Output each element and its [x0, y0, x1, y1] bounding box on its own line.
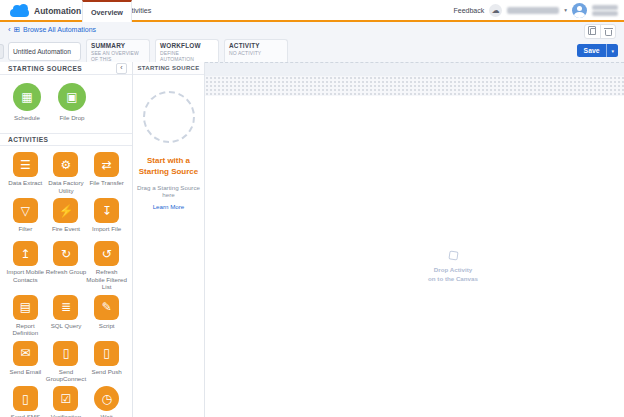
starting-sources-header-label: STARTING SOURCES	[8, 65, 82, 72]
activity-label: Send Push	[92, 368, 122, 375]
account-switcher-caret-icon[interactable]: ▾	[564, 7, 567, 13]
panel-collapse-handle[interactable]	[0, 44, 4, 59]
trash-icon	[605, 30, 612, 36]
feedback-link[interactable]: Feedback	[453, 7, 484, 14]
activity-item[interactable]: ⚙ Data Factory Utility	[46, 152, 87, 194]
starting-sources-list: ▦ Schedule ▣ File Drop	[0, 75, 132, 128]
automation-name-input[interactable]: Untitled Automation	[8, 42, 81, 61]
workflow-canvas[interactable]: Drop Activity on to the Canvas	[205, 62, 624, 417]
activity-label: Import Mobile Contacts	[5, 268, 46, 283]
starting-source-drop-target[interactable]	[143, 91, 195, 143]
refresh-group-icon: ↻	[53, 241, 78, 266]
activity-item[interactable]: ↧ Import File	[86, 198, 127, 237]
breadcrumb[interactable]: ‹ ⊞ Browse All Automations	[8, 26, 96, 33]
activity-item[interactable]: ✉ Send Email	[5, 341, 46, 383]
view-tab-subtitle: NO ACTIVITY	[229, 50, 283, 56]
activity-item[interactable]: ↺ Refresh Mobile Filtered List	[86, 241, 127, 290]
starting-source-label: File Drop	[59, 114, 84, 121]
empty-state-hint: Drag a Starting Source here	[133, 184, 204, 198]
top-navigation-bar: Automation Studio Overview Activities Fe…	[0, 0, 624, 22]
view-tab[interactable]: SUMMARY SEE AN OVERVIEW OF THIS AUTOMATI…	[86, 39, 150, 62]
schedule-calendar-icon: ▦	[13, 83, 41, 111]
activity-item[interactable]: ☰ Data Extract	[5, 152, 46, 194]
tab-overview[interactable]: Overview	[82, 0, 132, 22]
canvas-dotted-row	[205, 76, 624, 96]
activity-label: Data Extract	[8, 179, 42, 186]
marketing-cloud-logo-icon	[10, 9, 29, 17]
view-tabs: SUMMARY SEE AN OVERVIEW OF THIS AUTOMATI…	[86, 39, 288, 64]
activity-label: Refresh Mobile Filtered List	[86, 268, 127, 290]
breadcrumb-label[interactable]: Browse All Automations	[23, 26, 96, 33]
save-dropdown-caret[interactable]: ▾	[606, 44, 618, 57]
filter-funnel-icon: ▽	[13, 198, 38, 223]
cloud-badge-icon: ☁	[489, 4, 502, 17]
activity-label: Wait	[101, 413, 113, 417]
activity-label: Send Email	[10, 368, 42, 375]
activity-label: Report Definition	[5, 322, 46, 337]
activity-item[interactable]: ◷ Wait	[86, 386, 127, 417]
activity-item[interactable]: ↻ Refresh Group	[46, 241, 87, 290]
tab-overview-label: Overview	[91, 8, 123, 17]
activity-label: Verification	[51, 413, 81, 417]
canvas-step-row	[205, 62, 624, 76]
starting-source-column-header-label: STARTING SOURCE	[137, 65, 199, 71]
activity-item[interactable]: ▯ Send Push	[86, 341, 127, 383]
view-tab[interactable]: ACTIVITY NO ACTIVITY	[224, 39, 288, 62]
activity-label: Send GroupConnect	[46, 368, 87, 383]
report-definition-icon: ▤	[13, 295, 38, 320]
canvas-drop-hint-line1: Drop Activity	[421, 266, 485, 275]
activity-item[interactable]: ⚡ Fire Event	[46, 198, 87, 237]
activity-item[interactable]: ▯ Send SMS	[5, 386, 46, 417]
activity-item[interactable]: ☑ Verification	[46, 386, 87, 417]
data-factory-utility-icon: ⚙	[53, 152, 78, 177]
view-tab-subtitle: SEE AN OVERVIEW OF THIS AUTOMATION	[91, 50, 145, 62]
sidebar-collapse-button[interactable]: ‹	[116, 63, 127, 74]
activities-header: ACTIVITIES	[0, 133, 132, 146]
activity-item[interactable]: ≣ SQL Query	[46, 295, 87, 337]
empty-state-title: Start with a Starting Source	[133, 156, 204, 178]
view-tab-title: SUMMARY	[91, 42, 145, 49]
activity-label: File Transfer	[89, 179, 123, 186]
save-button[interactable]: Save	[577, 44, 607, 57]
palette-sidebar: STARTING SOURCES ‹ ▦ Schedule ▣ File Dro…	[0, 62, 133, 417]
sql-query-icon: ≣	[53, 295, 78, 320]
delete-button[interactable]	[600, 25, 615, 38]
activity-item[interactable]: ⇄ File Transfer	[86, 152, 127, 194]
starting-source-label: Schedule	[14, 114, 40, 121]
workflow-builder: STARTING SOURCES ‹ ▦ Schedule ▣ File Dro…	[0, 62, 624, 417]
starting-sources-header: STARTING SOURCES ‹	[0, 62, 132, 75]
activity-item[interactable]: ▽ Filter	[5, 198, 46, 237]
view-tab[interactable]: WORKFLOW DEFINE AUTOMATION ACTIVITIES	[155, 39, 219, 64]
activity-item[interactable]: ✎ Script	[86, 295, 127, 337]
activity-item[interactable]: ▯ Send GroupConnect	[46, 341, 87, 383]
data-extract-icon: ☰	[13, 152, 38, 177]
file-drop-folder-icon: ▣	[58, 83, 86, 111]
user-avatar[interactable]	[572, 3, 587, 18]
activities-grid: ☰ Data Extract ⚙ Data Factory Utility ⇄ …	[0, 146, 132, 417]
save-split-button: Save ▾	[577, 44, 618, 57]
starting-source-item[interactable]: ▣ File Drop	[53, 83, 91, 121]
activity-item[interactable]: ▤ Report Definition	[5, 295, 46, 337]
learn-more-link[interactable]: Learn More	[133, 203, 204, 210]
automation-subheader: ‹ ⊞ Browse All Automations Untitled Auto…	[0, 22, 624, 62]
import-file-icon: ↧	[94, 198, 119, 223]
back-chevron-icon[interactable]: ‹	[8, 26, 11, 33]
redacted-user-role	[592, 11, 618, 16]
starting-source-item[interactable]: ▦ Schedule	[8, 83, 46, 121]
activity-label: Import File	[92, 225, 121, 232]
send-push-phone-icon: ▯	[94, 341, 119, 366]
activity-label: SQL Query	[51, 322, 82, 329]
wait-clock-icon: ◷	[94, 386, 119, 411]
starting-source-column-header: STARTING SOURCE	[133, 62, 204, 75]
canvas-drop-hint-line2: on to the Canvas	[421, 275, 485, 284]
view-tab-title: WORKFLOW	[160, 42, 214, 49]
activity-item[interactable]: ↥ Import Mobile Contacts	[5, 241, 46, 290]
import-mobile-contacts-icon: ↥	[13, 241, 38, 266]
activity-label: Refresh Group	[46, 268, 87, 275]
activity-label: Send SMS	[11, 413, 41, 417]
activity-label: Script	[99, 322, 115, 329]
duplicate-button[interactable]	[585, 25, 600, 38]
starting-source-column: STARTING SOURCE Start with a Starting So…	[133, 62, 205, 417]
automation-action-group	[584, 24, 616, 39]
copy-icon	[590, 28, 596, 35]
